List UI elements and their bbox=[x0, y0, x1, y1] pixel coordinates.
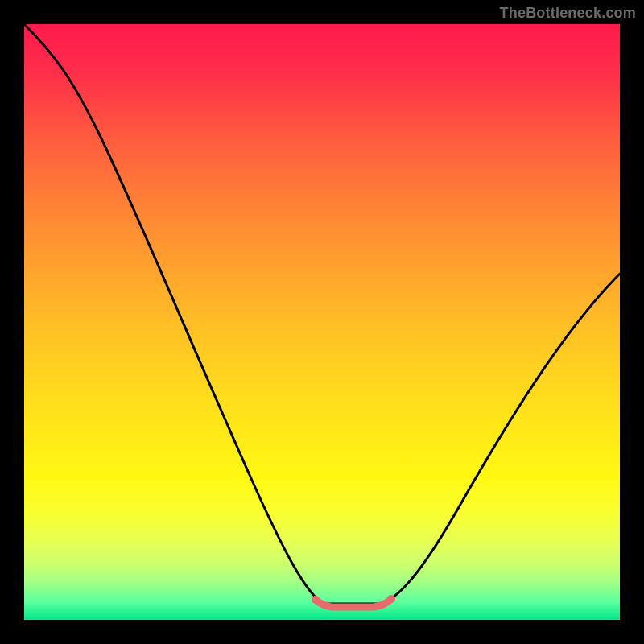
curve-path bbox=[24, 24, 620, 604]
plot-area bbox=[24, 24, 620, 620]
watermark-text: TheBottleneck.com bbox=[500, 5, 636, 22]
bottleneck-curve bbox=[24, 24, 620, 620]
flat-region-dot-right bbox=[387, 595, 395, 603]
chart-frame: TheBottleneck.com bbox=[0, 0, 644, 644]
flat-region-dot-left bbox=[312, 596, 320, 604]
